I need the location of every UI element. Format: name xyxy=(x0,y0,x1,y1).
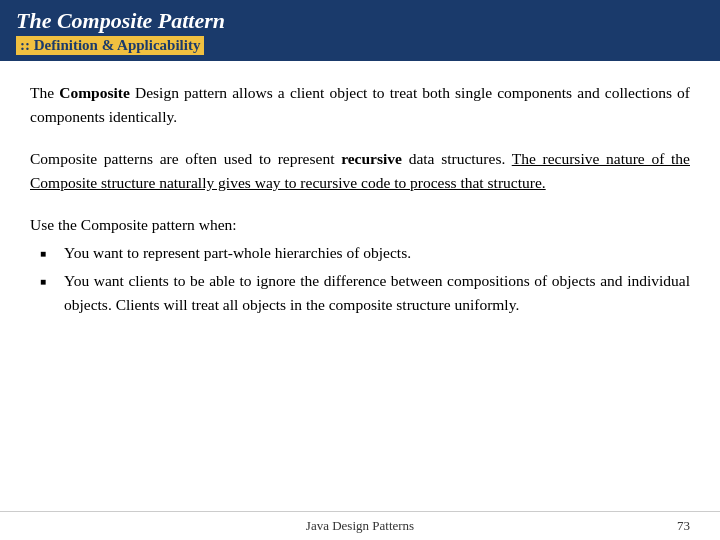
slide-title: The Composite Pattern xyxy=(16,8,704,34)
footer: Java Design Patterns 73 xyxy=(0,511,720,540)
bullet-text-1: You want to represent part-whole hierarc… xyxy=(64,241,690,265)
p1-bold: Composite xyxy=(59,84,130,101)
footer-center-text: Java Design Patterns xyxy=(306,518,414,534)
header: The Composite Pattern :: Definition & Ap… xyxy=(0,0,720,61)
p2-text-before: Composite patterns are often used to rep… xyxy=(30,150,341,167)
bullet-icon-2: ■ xyxy=(40,274,58,290)
bullet-item-2: ■ You want clients to be able to ignore … xyxy=(40,269,690,317)
content-area: The Composite Design pattern allows a cl… xyxy=(0,61,720,511)
subtitle-text: :: Definition & Applicability xyxy=(16,36,204,55)
paragraph-1: The Composite Design pattern allows a cl… xyxy=(30,81,690,129)
p1-text-after: Design pattern allows a client object to… xyxy=(30,84,690,125)
bullet-icon-1: ■ xyxy=(40,246,58,262)
p2-text-after: data structures. xyxy=(402,150,512,167)
title-text: The Composite Pattern xyxy=(16,8,225,33)
bullet-item-1: ■ You want to represent part-whole hiera… xyxy=(40,241,690,265)
bullet-intro: Use the Composite pattern when: xyxy=(30,213,690,237)
page-number: 73 xyxy=(677,518,690,533)
p1-text-before: The xyxy=(30,84,59,101)
subtitle-line: :: Definition & Applicability xyxy=(16,34,704,55)
bullet-section: Use the Composite pattern when: ■ You wa… xyxy=(30,213,690,321)
p2-bold: recursive xyxy=(341,150,402,167)
paragraph-2: Composite patterns are often used to rep… xyxy=(30,147,690,195)
bullet-list: ■ You want to represent part-whole hiera… xyxy=(30,241,690,317)
bullet-text-2: You want clients to be able to ignore th… xyxy=(64,269,690,317)
slide: The Composite Pattern :: Definition & Ap… xyxy=(0,0,720,540)
